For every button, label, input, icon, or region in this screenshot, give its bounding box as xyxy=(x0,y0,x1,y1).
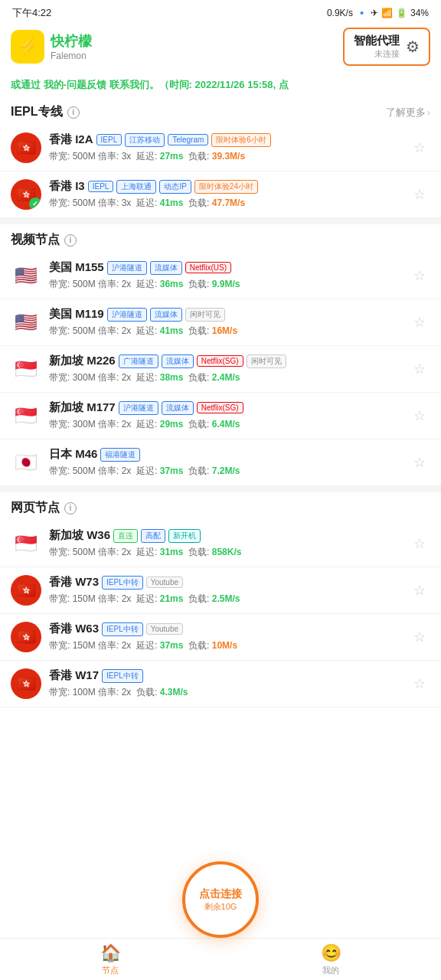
node-name-row-hk-w17: 香港 W17 IEPL中转 xyxy=(49,668,401,683)
star-sg-m177[interactable]: ☆ xyxy=(409,405,430,426)
wifi-icon: 📶 xyxy=(381,8,393,18)
app-logo: ⚡ xyxy=(11,30,44,64)
iepl-title: IEPL专线 i xyxy=(11,104,80,120)
flag-jp-m46: 🇯🇵 xyxy=(11,447,41,478)
tag-newmachine: 新开机 xyxy=(168,529,201,543)
home-icon: 🏠 xyxy=(100,943,121,963)
delay-jp-m46: 37ms xyxy=(160,466,184,476)
iepl-more[interactable]: 了解更多 › xyxy=(386,106,430,119)
node-stats-hk-w17: 带宽: 100M 倍率: 2x 负载: 4.3M/s xyxy=(49,686,401,699)
node-sg-m177[interactable]: 🇸🇬 新加坡 M177 沪港隧道 流媒体 Netflix(SG) 带宽: 300… xyxy=(0,393,441,439)
flag-us-m119: 🇺🇸 xyxy=(11,307,41,338)
node-sg-w36[interactable]: 🇸🇬 新加坡 W36 直连 高配 新开机 带宽: 500M 倍率: 2x 延迟:… xyxy=(0,521,441,567)
node-us-m119[interactable]: 🇺🇸 美国 M119 沪港隧道 流媒体 闲时可见 带宽: 500M 倍率: 2x… xyxy=(0,299,441,346)
star-hk-w63[interactable]: ☆ xyxy=(409,626,430,648)
tag-dynamic-ip: 动态IP xyxy=(159,180,191,194)
load-sg-w36: 858K/s xyxy=(212,547,242,557)
node-info-hk-i2a: 香港 I2A IEPL 江苏移动 Telegram 限时体验6小时 带宽: 50… xyxy=(49,132,401,163)
flag-sg-m226: 🇸🇬 xyxy=(11,354,41,384)
tag-youtube-w73: Youtube xyxy=(146,577,183,588)
tag-iepl-relay-w73: IEPL中转 xyxy=(102,576,143,590)
video-info-icon[interactable]: i xyxy=(64,234,77,247)
chevron-right-icon: › xyxy=(427,107,430,118)
star-sg-m226[interactable]: ☆ xyxy=(409,358,430,380)
node-jp-m46[interactable]: 🇯🇵 日本 M46 福港隧道 带宽: 500M 倍率: 2x 延迟: 37ms … xyxy=(0,439,441,486)
web-section-header: 网页节点 i xyxy=(0,492,441,521)
node-hk-w17[interactable]: 🇭🇰 香港 W17 IEPL中转 带宽: 100M 倍率: 2x 负载: 4.3… xyxy=(0,661,441,707)
delay-us-m119: 41ms xyxy=(160,325,184,336)
delay-sg-m226: 38ms xyxy=(160,372,184,383)
app-sub: Falemon xyxy=(51,51,92,61)
active-check-icon: ✓ xyxy=(29,198,41,210)
node-name-hk-i3: 香港 I3 xyxy=(49,179,85,194)
load-hk-w63: 10M/s xyxy=(212,640,237,651)
node-name-row-hk-i3: 香港 I3 IEPL 上海联通 动态IP 限时体验24小时 xyxy=(49,179,401,194)
star-us-m119[interactable]: ☆ xyxy=(409,312,430,333)
node-name-sg-m177: 新加坡 M177 xyxy=(49,400,116,415)
tag-iepl-relay-w17: IEPL中转 xyxy=(102,669,143,683)
node-info-hk-w63: 香港 W63 IEPL中转 Youtube 带宽: 150M 倍率: 2x 延迟… xyxy=(49,622,401,652)
delay-hk-i2a: 27ms xyxy=(160,151,184,162)
nav-nodes-label: 节点 xyxy=(102,965,119,976)
bluetooth-icon: 🔹 xyxy=(356,8,368,18)
nav-mine[interactable]: 😊 我的 xyxy=(220,943,441,976)
flag-us-m155: 🇺🇸 xyxy=(11,260,41,291)
star-sg-w36[interactable]: ☆ xyxy=(409,533,430,554)
star-hk-i2a[interactable]: ☆ xyxy=(409,137,430,158)
iepl-section-header: IEPL专线 i 了解更多 › xyxy=(0,96,441,125)
load-us-m119: 16M/s xyxy=(212,325,237,336)
node-stats-sg-m226: 带宽: 300M 倍率: 2x 延迟: 38ms 负载: 2.4M/s xyxy=(49,371,401,384)
load-hk-w17: 4.3M/s xyxy=(160,687,188,697)
node-stats-us-m119: 带宽: 500M 倍率: 2x 延迟: 41ms 负载: 16M/s xyxy=(49,325,401,338)
connect-sub: 剩余10G xyxy=(204,901,237,913)
tag-streaming-177: 流媒体 xyxy=(162,401,194,415)
tag-offpeak-226: 闲时可见 xyxy=(247,354,286,368)
node-hk-i3[interactable]: 🇭🇰 ✓ 香港 I3 IEPL 上海联通 动态IP 限时体验24小时 带宽: 5… xyxy=(0,172,441,218)
iepl-info-icon[interactable]: i xyxy=(67,106,80,119)
node-name-hk-i2a: 香港 I2A xyxy=(49,132,93,147)
proxy-btn-text: 智能代理 未连接 xyxy=(354,34,400,60)
flag-sg-m177: 🇸🇬 xyxy=(11,400,41,431)
star-hk-i3[interactable]: ☆ xyxy=(409,184,430,205)
node-stats-hk-w63: 带宽: 150M 倍率: 2x 延迟: 37ms 负载: 10M/s xyxy=(49,639,401,652)
node-hk-i2a[interactable]: 🇭🇰 香港 I2A IEPL 江苏移动 Telegram 限时体验6小时 带宽:… xyxy=(0,125,441,172)
star-hk-w17[interactable]: ☆ xyxy=(409,673,430,694)
tag-streaming-119: 流媒体 xyxy=(150,308,182,322)
star-hk-w73[interactable]: ☆ xyxy=(409,580,430,601)
connect-button[interactable]: 点击连接 剩余10G xyxy=(182,861,259,938)
network-speed: 0.9K/s xyxy=(327,8,353,18)
delay-us-m155: 36ms xyxy=(160,279,184,289)
nav-nodes[interactable]: 🏠 节点 xyxy=(0,943,220,976)
tag-iepl-relay-w63: IEPL中转 xyxy=(102,622,143,636)
tag-shhk-tunnel: 沪港隧道 xyxy=(107,261,147,275)
gear-icon[interactable]: ⚙ xyxy=(406,38,420,56)
tag-trial6h: 限时体验6小时 xyxy=(211,133,271,147)
tag-highend: 高配 xyxy=(141,529,165,543)
logo-text: 快柠檬 Falemon xyxy=(51,32,92,61)
proxy-button[interactable]: 智能代理 未连接 ⚙ xyxy=(343,28,430,66)
node-sg-m226[interactable]: 🇸🇬 新加坡 M226 广港隧道 流媒体 Netflix(SG) 闲时可见 带宽… xyxy=(0,346,441,393)
connect-button-wrap: 点击连接 剩余10G xyxy=(182,861,259,938)
tag-netflix-us: Netflix(US) xyxy=(185,262,231,273)
app-name: 快柠檬 xyxy=(51,32,92,51)
web-info-icon[interactable]: i xyxy=(64,502,77,514)
load-hk-w73: 2.5M/s xyxy=(212,593,240,604)
node-name-row-sg-m226: 新加坡 M226 广港隧道 流媒体 Netflix(SG) 闲时可见 xyxy=(49,354,401,368)
status-bar: 下午4:22 0.9K/s 🔹 ✈ 📶 🔋 34% xyxy=(0,0,441,23)
node-stats-hk-i3: 带宽: 500M 倍率: 3x 延迟: 41ms 负载: 47.7M/s xyxy=(49,197,401,210)
node-us-m155[interactable]: 🇺🇸 美国 M155 沪港隧道 流媒体 Netflix(US) 带宽: 500M… xyxy=(0,253,441,299)
node-name-hk-w17: 香港 W17 xyxy=(49,668,99,683)
star-us-m155[interactable]: ☆ xyxy=(409,265,430,286)
star-jp-m46[interactable]: ☆ xyxy=(409,452,430,473)
tag-direct: 直连 xyxy=(113,529,138,543)
tag-youtube-w63: Youtube xyxy=(146,623,183,635)
node-hk-w63[interactable]: 🇭🇰 香港 W63 IEPL中转 Youtube 带宽: 150M 倍率: 2x… xyxy=(0,614,441,661)
node-stats-hk-w73: 带宽: 150M 倍率: 2x 延迟: 21ms 负载: 2.5M/s xyxy=(49,593,401,606)
node-stats-sg-m177: 带宽: 300M 倍率: 2x 延迟: 29ms 负载: 6.4M/s xyxy=(49,418,401,431)
node-name-hk-w73: 香港 W73 xyxy=(49,575,99,590)
web-title: 网页节点 i xyxy=(11,500,77,516)
nav-mine-label: 我的 xyxy=(322,965,339,976)
node-name-us-m155: 美国 M155 xyxy=(49,260,104,275)
proxy-status: 未连接 xyxy=(374,48,400,60)
node-hk-w73[interactable]: 🇭🇰 香港 W73 IEPL中转 Youtube 带宽: 150M 倍率: 2x… xyxy=(0,567,441,614)
